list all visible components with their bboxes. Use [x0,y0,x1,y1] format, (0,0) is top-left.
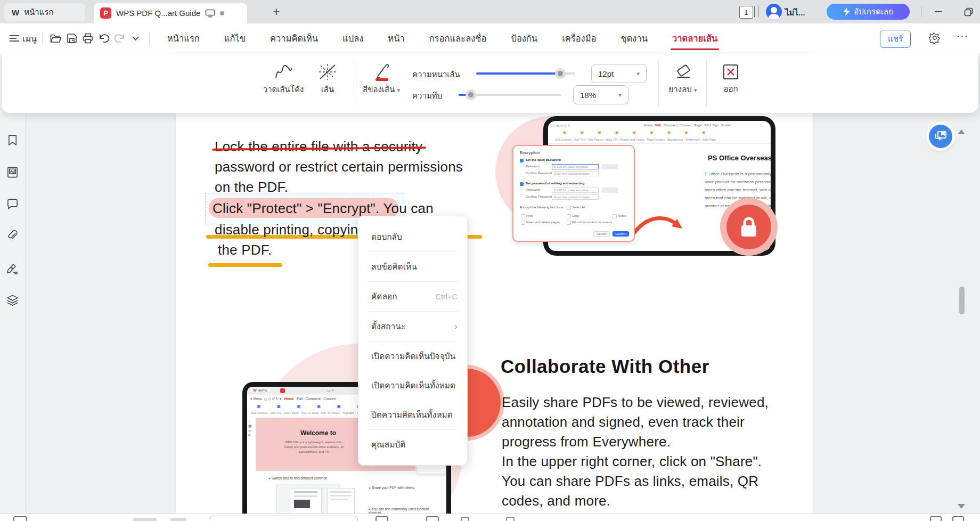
open-file-icon[interactable] [48,30,64,46]
status-checkbox[interactable] [461,517,469,521]
tab-batch[interactable]: ชุดงาน [608,23,660,53]
more-options-button[interactable]: ··· [957,30,968,42]
eraser-icon [674,63,692,81]
unsaved-dot-icon [220,11,224,15]
status-bar [0,514,980,521]
tab-comment[interactable]: ความคิดเห็น [258,23,330,53]
encryption-dialog-illustration: Encryption Set the open password Passwor… [512,145,635,242]
menu-item-open-all-comments[interactable]: เปิดความคิดเห็นทั้งหมด [358,371,467,400]
lock-badge [720,198,778,256]
curve-squiggle-icon [273,63,294,81]
status-icon[interactable] [952,516,964,521]
draw-line-tool[interactable]: เส้น [309,59,346,108]
page-count-badge[interactable]: 1 [739,6,753,19]
home-tab-label: หน้าแรก [24,6,53,19]
hamburger-menu-icon[interactable] [6,30,22,46]
line-color-tool[interactable]: สีของเส้น ▾ [356,59,407,108]
opacity-value-dropdown[interactable]: 18%▾ [573,85,628,104]
print-icon[interactable] [80,30,96,46]
scroll-down-arrow[interactable] [958,504,965,509]
menu-item-delete-comment[interactable]: ลบข้อคิดเห็น [358,252,467,281]
save-icon[interactable] [64,30,80,46]
tab-convert[interactable]: แปลง [330,23,375,53]
ribbon-tabs: หน้าแรก แก้ไข ความคิดเห็น แปลง หน้า กรอก… [155,23,730,53]
home-tab[interactable]: W หน้าแรก [4,3,85,21]
lock-icon [739,216,759,238]
document-tab-title: WPS PDF Q...art Guide [116,9,200,18]
account-avatar[interactable] [766,4,782,20]
menu-item-properties[interactable]: คุณสมบัติ [358,430,467,459]
attachment-paperclip-icon[interactable] [6,230,19,242]
draw-curve-tool[interactable]: วาดเส้นโค้ง [256,59,311,108]
undo-icon[interactable] [96,30,112,46]
menu-item-open-current-comment[interactable]: เปิดความคิดเห็นปัจจุบัน [358,341,467,371]
share-button[interactable]: แชร์ [880,30,911,48]
red-arrow-annotation [631,210,684,240]
submenu-chevron-icon: › [454,321,458,332]
annotation-float-button[interactable] [929,125,952,148]
page-badge-lines-icon [754,6,758,17]
pdf-body-line: the PDF. [218,242,272,258]
redo-icon[interactable] [112,30,128,46]
history-chevron-icon[interactable] [128,30,144,46]
wps-pdf-window: W หน้าแรก P WPS PDF Q...art Guide + 1 ไม… [0,0,980,521]
menu-item-reply[interactable]: ตอบกลับ [358,222,467,251]
scroll-up-arrow[interactable] [958,129,965,134]
opacity-label: ความทึบ [412,89,442,102]
layers-icon[interactable] [6,294,19,306]
opacity-slider-thumb[interactable] [466,89,476,100]
account-name[interactable]: ไม่ไ... [785,6,805,19]
tab-protect[interactable]: ป้องกัน [499,23,550,53]
sidebar-toggle-icon[interactable] [13,516,27,521]
status-control[interactable] [170,518,186,521]
pdf-body-line: disable printing, copying [215,222,366,238]
draw-toolbar-panel: วาดเส้นโค้ง เส้น สีของเส้น ▾ ความหนาเส้ [2,53,978,113]
status-checkbox[interactable] [506,517,514,521]
opacity-slider[interactable] [459,94,561,96]
menu-item-set-status[interactable]: ตั้งสถานะ› [358,312,467,341]
pdf-file-icon: P [100,7,111,19]
restore-button[interactable] [961,4,976,19]
wps-logo-icon: W [12,9,19,17]
window-tab-bar: W หน้าแรก P WPS PDF Q...art Guide + 1 ไม… [0,0,980,23]
tab-home[interactable]: หน้าแรก [155,23,212,53]
thickness-value-dropdown[interactable]: 12pt▾ [591,64,647,83]
monitor-icon [205,9,215,18]
scrollbar-thumb[interactable] [959,287,965,314]
menu-button-label[interactable]: เมนู [22,32,37,45]
settings-gear-icon[interactable] [929,32,941,46]
tab-fill-sign[interactable]: กรอกและลงชื่อ [417,23,499,53]
tab-page[interactable]: หน้า [375,23,416,53]
document-tab[interactable]: P WPS PDF Q...art Guide [94,3,247,23]
avatar-person-icon [771,7,777,13]
thumbnail-image-icon[interactable] [6,166,19,178]
status-icon[interactable] [375,516,388,521]
pdf-body-line: Click "Protect" > "Encrypt". You can [213,200,434,217]
comment-bubble-icon[interactable] [6,198,19,210]
bookmark-icon[interactable] [6,134,19,146]
tab-edit[interactable]: แก้ไข [212,23,258,53]
underline-annotation-yellow [208,263,282,267]
minimize-button[interactable] [931,4,946,19]
exit-draw-mode-button[interactable]: ออก [710,59,751,108]
menu-item-copy[interactable]: คัดลอกCtrl+C [358,282,467,311]
bookmark-arrow-icon [934,130,948,143]
pdf-page[interactable]: PDF Protect Lock the entire file with a … [176,53,813,514]
tab-tools[interactable]: เครื่องมือ [550,23,608,53]
menu-item-close-all-comments[interactable]: ปิดความคิดเห็นทั้งหมด [358,400,467,429]
status-icon[interactable] [426,516,439,521]
signature-pen-icon[interactable] [6,262,19,274]
tab-draw[interactable]: วาดลายเส้น [660,23,730,53]
exit-x-icon [722,63,739,80]
pdf-body-line: password or restrict certain permissions [215,159,463,175]
line-star-icon [318,63,337,81]
eraser-tool[interactable]: ยางลบ ▾ [662,59,704,108]
status-control[interactable] [133,518,157,521]
thickness-slider-thumb[interactable] [555,68,566,79]
menu-bar: เมนู หน้าแรก แก้ไข ความคิดเห็น แปลง หน้า… [0,23,980,53]
page-search-box[interactable] [209,516,358,521]
thickness-slider[interactable] [476,72,575,75]
upgrade-button[interactable]: อัปเกรดเลย [827,4,910,20]
new-tab-button[interactable]: + [269,4,284,19]
status-icon[interactable] [930,516,942,521]
